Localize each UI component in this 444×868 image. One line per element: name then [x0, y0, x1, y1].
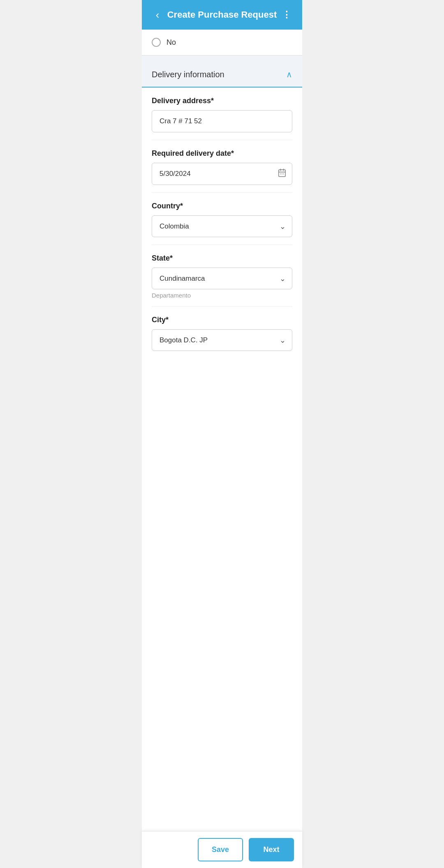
- svg-rect-4: [280, 173, 281, 174]
- delivery-address-label: Delivery address*: [152, 97, 292, 105]
- delivery-info-header[interactable]: Delivery information ∧: [142, 62, 302, 88]
- no-radio-button[interactable]: [152, 38, 161, 47]
- delivery-address-input[interactable]: [152, 110, 292, 132]
- delivery-date-input[interactable]: [152, 163, 292, 185]
- svg-rect-5: [282, 173, 282, 174]
- state-group: State* Cundinamarca Antioquia Valle del …: [152, 245, 292, 307]
- delivery-address-group: Delivery address*: [152, 88, 292, 140]
- delivery-date-group: Required delivery date*: [152, 140, 292, 193]
- no-radio-section: No: [142, 30, 302, 55]
- delivery-date-label: Required delivery date*: [152, 149, 292, 158]
- city-select[interactable]: Bogota D.C. JP Medellín Cali Barranquill…: [152, 329, 292, 351]
- svg-rect-6: [283, 173, 284, 174]
- country-group: Country* Colombia Venezuela Ecuador Peru…: [152, 193, 292, 245]
- footer-buttons: Save Next: [142, 831, 302, 868]
- no-radio-item[interactable]: No: [152, 38, 292, 47]
- state-hint: Departamento: [152, 292, 292, 299]
- delivery-date-input-wrapper: [152, 163, 292, 185]
- country-select-wrapper: Colombia Venezuela Ecuador Peru Brazil ⌄: [152, 215, 292, 237]
- calendar-icon: [278, 169, 287, 180]
- city-label: City*: [152, 316, 292, 324]
- state-select[interactable]: Cundinamarca Antioquia Valle del Cauca A…: [152, 268, 292, 289]
- save-button[interactable]: Save: [198, 838, 243, 861]
- city-select-wrapper: Bogota D.C. JP Medellín Cali Barranquill…: [152, 329, 292, 351]
- no-radio-label: No: [166, 38, 176, 47]
- content-area: No Delivery information ∧ Delivery addre…: [142, 30, 302, 868]
- svg-rect-0: [279, 170, 286, 177]
- back-button[interactable]: ‹: [150, 9, 165, 20]
- chevron-up-icon: ∧: [286, 69, 292, 79]
- menu-button[interactable]: ⋮: [279, 9, 294, 20]
- city-group: City* Bogota D.C. JP Medellín Cali Barra…: [152, 307, 292, 358]
- app-header: ‹ Create Purchase Request ⋮: [142, 0, 302, 30]
- state-select-wrapper: Cundinamarca Antioquia Valle del Cauca A…: [152, 268, 292, 289]
- section-divider: [142, 55, 302, 62]
- form-area: Delivery address* Required delivery date…: [142, 88, 302, 358]
- state-label: State*: [152, 254, 292, 263]
- page-title: Create Purchase Request: [165, 9, 279, 20]
- country-select[interactable]: Colombia Venezuela Ecuador Peru Brazil: [152, 215, 292, 237]
- next-button[interactable]: Next: [249, 838, 294, 861]
- country-label: Country*: [152, 202, 292, 210]
- delivery-info-title: Delivery information: [152, 70, 224, 79]
